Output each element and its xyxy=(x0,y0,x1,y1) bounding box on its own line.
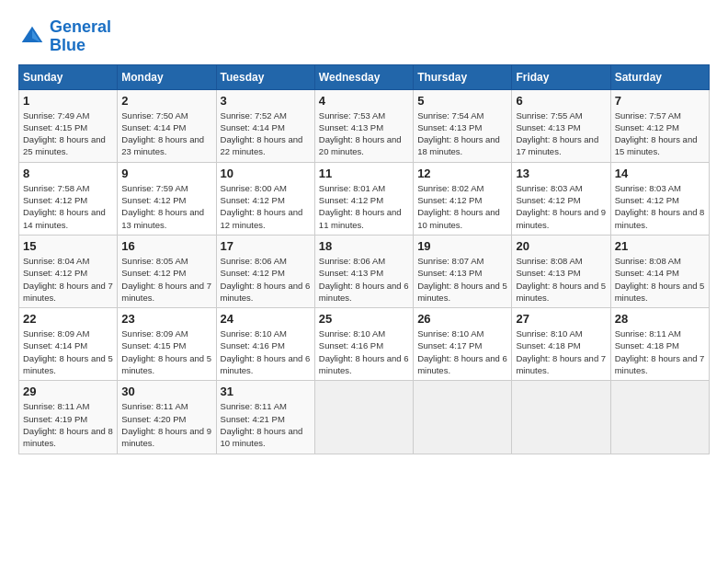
day-info: Sunrise: 8:11 AM Sunset: 4:20 PM Dayligh… xyxy=(121,400,211,449)
day-info: Sunrise: 7:58 AM Sunset: 4:12 PM Dayligh… xyxy=(23,182,113,231)
day-number: 9 xyxy=(121,167,211,180)
calendar-week-5: 29 Sunrise: 8:11 AM Sunset: 4:19 PM Dayl… xyxy=(19,381,710,454)
day-number: 26 xyxy=(417,312,507,326)
day-info: Sunrise: 8:00 AM Sunset: 4:12 PM Dayligh… xyxy=(221,182,311,231)
calendar-week-1: 1 Sunrise: 7:49 AM Sunset: 4:15 PM Dayli… xyxy=(19,89,710,162)
day-number: 20 xyxy=(516,239,606,253)
day-info: Sunrise: 7:49 AM Sunset: 4:15 PM Dayligh… xyxy=(23,109,113,158)
calendar-cell: 30 Sunrise: 8:11 AM Sunset: 4:20 PM Dayl… xyxy=(118,381,216,454)
calendar-cell: 1 Sunrise: 7:49 AM Sunset: 4:15 PM Dayli… xyxy=(19,89,118,162)
day-info: Sunrise: 8:09 AM Sunset: 4:14 PM Dayligh… xyxy=(23,327,113,376)
day-info: Sunrise: 8:10 AM Sunset: 4:18 PM Dayligh… xyxy=(516,327,606,376)
day-info: Sunrise: 8:11 AM Sunset: 4:18 PM Dayligh… xyxy=(615,327,705,376)
header-day-thursday: Thursday xyxy=(414,64,512,89)
calendar-cell: 13 Sunrise: 8:03 AM Sunset: 4:12 PM Dayl… xyxy=(512,162,610,235)
calendar-cell: 19 Sunrise: 8:07 AM Sunset: 4:13 PM Dayl… xyxy=(414,235,512,307)
day-info: Sunrise: 7:59 AM Sunset: 4:12 PM Dayligh… xyxy=(121,182,211,231)
header-day-saturday: Saturday xyxy=(610,64,709,89)
calendar-cell xyxy=(414,381,512,454)
day-number: 12 xyxy=(417,167,507,180)
calendar-week-2: 8 Sunrise: 7:58 AM Sunset: 4:12 PM Dayli… xyxy=(19,162,710,235)
calendar-cell: 12 Sunrise: 8:02 AM Sunset: 4:12 PM Dayl… xyxy=(414,162,512,235)
logo-text: General Blue xyxy=(50,18,111,55)
calendar-body: 1 Sunrise: 7:49 AM Sunset: 4:15 PM Dayli… xyxy=(19,89,710,454)
day-number: 21 xyxy=(615,239,705,253)
calendar-cell: 11 Sunrise: 8:01 AM Sunset: 4:12 PM Dayl… xyxy=(314,162,413,235)
day-info: Sunrise: 8:07 AM Sunset: 4:13 PM Dayligh… xyxy=(417,255,507,304)
calendar-cell: 28 Sunrise: 8:11 AM Sunset: 4:18 PM Dayl… xyxy=(610,308,709,381)
day-info: Sunrise: 7:54 AM Sunset: 4:13 PM Dayligh… xyxy=(417,109,507,158)
header-day-tuesday: Tuesday xyxy=(216,64,314,89)
header-day-friday: Friday xyxy=(512,64,610,89)
day-info: Sunrise: 7:53 AM Sunset: 4:13 PM Dayligh… xyxy=(319,109,409,158)
day-info: Sunrise: 8:03 AM Sunset: 4:12 PM Dayligh… xyxy=(516,182,606,231)
day-info: Sunrise: 8:06 AM Sunset: 4:13 PM Dayligh… xyxy=(319,255,409,304)
page-header: General Blue xyxy=(18,18,710,55)
day-number: 25 xyxy=(319,312,409,326)
calendar-cell: 20 Sunrise: 8:08 AM Sunset: 4:13 PM Dayl… xyxy=(512,235,610,307)
calendar-cell: 3 Sunrise: 7:52 AM Sunset: 4:14 PM Dayli… xyxy=(216,89,314,162)
day-number: 15 xyxy=(23,239,113,253)
day-number: 14 xyxy=(615,167,705,180)
day-info: Sunrise: 8:11 AM Sunset: 4:21 PM Dayligh… xyxy=(221,400,311,449)
header-day-sunday: Sunday xyxy=(19,64,118,89)
calendar-cell: 16 Sunrise: 8:05 AM Sunset: 4:12 PM Dayl… xyxy=(118,235,216,307)
day-info: Sunrise: 8:04 AM Sunset: 4:12 PM Dayligh… xyxy=(23,255,113,304)
day-info: Sunrise: 8:10 AM Sunset: 4:16 PM Dayligh… xyxy=(221,327,311,376)
day-info: Sunrise: 8:08 AM Sunset: 4:13 PM Dayligh… xyxy=(516,255,606,304)
header-day-wednesday: Wednesday xyxy=(314,64,413,89)
calendar-cell: 2 Sunrise: 7:50 AM Sunset: 4:14 PM Dayli… xyxy=(118,89,216,162)
day-number: 18 xyxy=(319,239,409,253)
day-info: Sunrise: 8:03 AM Sunset: 4:12 PM Dayligh… xyxy=(615,182,705,231)
day-number: 31 xyxy=(221,385,311,398)
calendar-cell: 5 Sunrise: 7:54 AM Sunset: 4:13 PM Dayli… xyxy=(414,89,512,162)
calendar-cell: 21 Sunrise: 8:08 AM Sunset: 4:14 PM Dayl… xyxy=(610,235,709,307)
day-info: Sunrise: 8:11 AM Sunset: 4:19 PM Dayligh… xyxy=(23,400,113,449)
header-row: SundayMondayTuesdayWednesdayThursdayFrid… xyxy=(19,64,710,89)
calendar-cell: 22 Sunrise: 8:09 AM Sunset: 4:14 PM Dayl… xyxy=(19,308,118,381)
logo: General Blue xyxy=(18,18,111,55)
day-number: 24 xyxy=(221,312,311,326)
day-info: Sunrise: 7:50 AM Sunset: 4:14 PM Dayligh… xyxy=(121,109,211,158)
day-number: 17 xyxy=(221,239,311,253)
calendar-cell: 25 Sunrise: 8:10 AM Sunset: 4:16 PM Dayl… xyxy=(314,308,413,381)
calendar-cell: 31 Sunrise: 8:11 AM Sunset: 4:21 PM Dayl… xyxy=(216,381,314,454)
day-number: 19 xyxy=(417,239,507,253)
day-number: 11 xyxy=(319,167,409,180)
day-info: Sunrise: 8:09 AM Sunset: 4:15 PM Dayligh… xyxy=(121,327,211,376)
day-number: 30 xyxy=(121,385,211,398)
calendar-cell: 14 Sunrise: 8:03 AM Sunset: 4:12 PM Dayl… xyxy=(610,162,709,235)
calendar-cell xyxy=(512,381,610,454)
day-info: Sunrise: 8:10 AM Sunset: 4:16 PM Dayligh… xyxy=(319,327,409,376)
day-info: Sunrise: 7:55 AM Sunset: 4:13 PM Dayligh… xyxy=(516,109,606,158)
day-info: Sunrise: 8:01 AM Sunset: 4:12 PM Dayligh… xyxy=(319,182,409,231)
calendar-cell: 15 Sunrise: 8:04 AM Sunset: 4:12 PM Dayl… xyxy=(19,235,118,307)
header-day-monday: Monday xyxy=(118,64,216,89)
day-info: Sunrise: 8:08 AM Sunset: 4:14 PM Dayligh… xyxy=(615,255,705,304)
day-number: 7 xyxy=(615,94,705,108)
day-number: 28 xyxy=(615,312,705,326)
day-number: 2 xyxy=(121,94,211,108)
calendar-cell: 10 Sunrise: 8:00 AM Sunset: 4:12 PM Dayl… xyxy=(216,162,314,235)
day-number: 23 xyxy=(121,312,211,326)
day-info: Sunrise: 7:52 AM Sunset: 4:14 PM Dayligh… xyxy=(221,109,311,158)
day-number: 1 xyxy=(23,94,113,108)
calendar-cell: 18 Sunrise: 8:06 AM Sunset: 4:13 PM Dayl… xyxy=(314,235,413,307)
day-number: 6 xyxy=(516,94,606,108)
logo-icon xyxy=(18,23,46,51)
calendar-cell: 26 Sunrise: 8:10 AM Sunset: 4:17 PM Dayl… xyxy=(414,308,512,381)
day-number: 29 xyxy=(23,385,113,398)
calendar-cell xyxy=(610,381,709,454)
calendar-cell: 8 Sunrise: 7:58 AM Sunset: 4:12 PM Dayli… xyxy=(19,162,118,235)
calendar-table: SundayMondayTuesdayWednesdayThursdayFrid… xyxy=(18,64,710,454)
calendar-cell: 17 Sunrise: 8:06 AM Sunset: 4:12 PM Dayl… xyxy=(216,235,314,307)
day-number: 5 xyxy=(417,94,507,108)
day-number: 27 xyxy=(516,312,606,326)
calendar-header: SundayMondayTuesdayWednesdayThursdayFrid… xyxy=(19,64,710,89)
calendar-cell: 4 Sunrise: 7:53 AM Sunset: 4:13 PM Dayli… xyxy=(314,89,413,162)
calendar-cell: 7 Sunrise: 7:57 AM Sunset: 4:12 PM Dayli… xyxy=(610,89,709,162)
calendar-cell: 27 Sunrise: 8:10 AM Sunset: 4:18 PM Dayl… xyxy=(512,308,610,381)
day-info: Sunrise: 8:10 AM Sunset: 4:17 PM Dayligh… xyxy=(417,327,507,376)
day-number: 10 xyxy=(221,167,311,180)
day-number: 22 xyxy=(23,312,113,326)
